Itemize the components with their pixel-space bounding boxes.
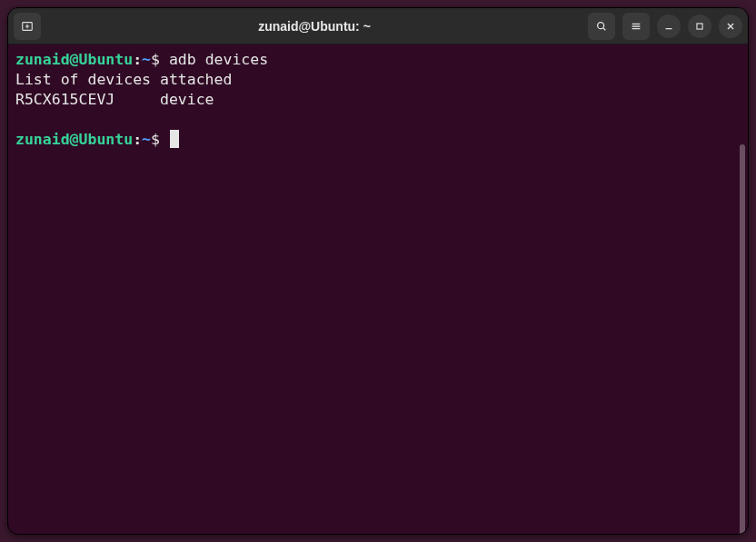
search-button[interactable] — [588, 13, 615, 40]
close-icon — [724, 20, 737, 33]
maximize-button[interactable] — [688, 15, 711, 38]
prompt-user: zunaid@Ubuntu — [15, 51, 133, 68]
cursor — [170, 130, 179, 148]
terminal-window: zunaid@Ubuntu: ~ — [7, 7, 749, 535]
new-tab-button[interactable] — [14, 13, 41, 40]
minimize-button[interactable] — [657, 15, 681, 38]
prompt-user: zunaid@Ubuntu — [15, 131, 133, 148]
terminal-output: R5CX615CEVJ device — [15, 90, 741, 110]
search-icon — [595, 20, 608, 33]
prompt-dollar: $ — [151, 131, 169, 148]
terminal-line: zunaid@Ubuntu:~$ adb devices — [15, 50, 741, 70]
menu-button[interactable] — [622, 13, 650, 40]
prompt-colon: : — [133, 51, 142, 68]
command-text: adb devices — [169, 51, 268, 68]
prompt-path: ~ — [142, 51, 151, 68]
hamburger-icon — [630, 20, 642, 33]
prompt-colon: : — [133, 131, 142, 148]
new-tab-icon — [21, 20, 34, 33]
close-button[interactable] — [719, 15, 742, 38]
svg-point-3 — [598, 22, 604, 28]
window-title: zunaid@Ubuntu: ~ — [258, 19, 371, 34]
svg-line-4 — [603, 27, 606, 30]
scrollbar[interactable] — [740, 144, 745, 534]
terminal-body[interactable]: zunaid@Ubuntu:~$ adb devices List of dev… — [8, 44, 748, 534]
terminal-line: zunaid@Ubuntu:~$ — [15, 130, 741, 150]
terminal-output: List of devices attached — [15, 70, 741, 90]
minimize-icon — [662, 20, 675, 33]
prompt-dollar: $ — [151, 51, 169, 68]
svg-rect-9 — [697, 23, 702, 28]
titlebar: zunaid@Ubuntu: ~ — [8, 8, 748, 44]
prompt-path: ~ — [142, 131, 151, 148]
blank-line — [15, 110, 741, 130]
maximize-icon — [693, 20, 706, 33]
